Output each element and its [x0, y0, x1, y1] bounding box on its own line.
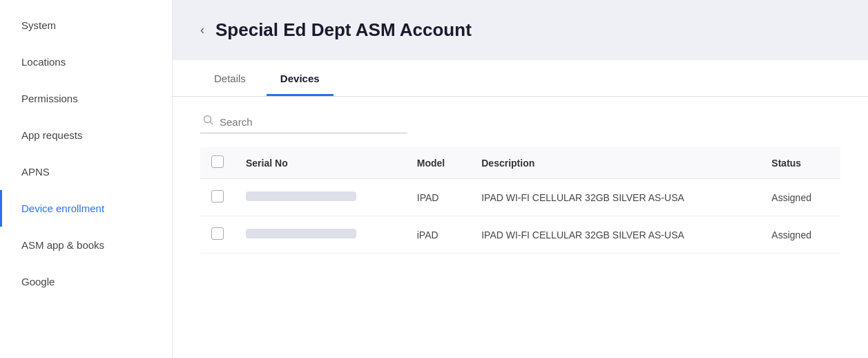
sidebar-item-permissions[interactable]: Permissions	[0, 80, 172, 117]
tab-devices[interactable]: Devices	[267, 60, 334, 96]
row-checkbox-cell	[200, 179, 235, 216]
search-icon	[203, 115, 214, 129]
serial-placeholder	[246, 191, 356, 201]
row-checkbox-0[interactable]	[211, 190, 224, 202]
col-status: Status	[760, 147, 840, 179]
sidebar-item-app-requests[interactable]: App requests	[0, 117, 172, 153]
cell-description: IPAD WI-FI CELLULAR 32GB SILVER AS-USA	[470, 179, 760, 216]
page-header: ‹ Special Ed Dept ASM Account	[173, 0, 868, 60]
col-description: Description	[470, 147, 760, 179]
cell-serial	[235, 179, 406, 216]
row-checkbox-cell	[200, 216, 235, 254]
sidebar-item-apns[interactable]: APNS	[0, 153, 172, 190]
sidebar-item-device-enrollment[interactable]: Device enrollment	[0, 190, 172, 227]
page-title: Special Ed Dept ASM Account	[215, 19, 472, 41]
table-row: iPADIPAD WI-FI CELLULAR 32GB SILVER AS-U…	[200, 216, 840, 254]
tabs-bar: DetailsDevices	[173, 60, 868, 97]
select-all-checkbox[interactable]	[211, 156, 224, 168]
cell-status: Assigned	[760, 179, 840, 216]
col-model: Model	[406, 147, 470, 179]
search-input[interactable]	[220, 116, 405, 128]
sidebar-item-system[interactable]: System	[0, 7, 172, 44]
cell-status: Assigned	[760, 216, 840, 254]
main-content: ‹ Special Ed Dept ASM Account DetailsDev…	[173, 0, 868, 358]
svg-line-1	[211, 122, 213, 125]
table-body: IPADIPAD WI-FI CELLULAR 32GB SILVER AS-U…	[200, 179, 840, 254]
search-container	[200, 111, 407, 133]
select-all-header	[200, 147, 235, 179]
tab-details[interactable]: Details	[200, 60, 260, 96]
sidebar-item-asm-app-books[interactable]: ASM app & books	[0, 227, 172, 263]
sidebar-item-locations[interactable]: Locations	[0, 44, 172, 80]
sidebar-item-google[interactable]: Google	[0, 263, 172, 300]
table-header: Serial No Model Description Status	[200, 147, 840, 179]
devices-table: Serial No Model Description Status IPADI…	[200, 147, 840, 254]
cell-description: IPAD WI-FI CELLULAR 32GB SILVER AS-USA	[470, 216, 760, 254]
table-row: IPADIPAD WI-FI CELLULAR 32GB SILVER AS-U…	[200, 179, 840, 216]
cell-model: iPAD	[406, 216, 470, 254]
cell-serial	[235, 216, 406, 254]
sidebar: SystemLocationsPermissionsApp requestsAP…	[0, 0, 173, 358]
back-button[interactable]: ‹	[200, 23, 204, 37]
cell-model: IPAD	[406, 179, 470, 216]
content-area: Serial No Model Description Status IPADI…	[173, 97, 868, 358]
serial-placeholder	[246, 229, 356, 238]
col-serial: Serial No	[235, 147, 406, 179]
row-checkbox-1[interactable]	[211, 227, 224, 240]
